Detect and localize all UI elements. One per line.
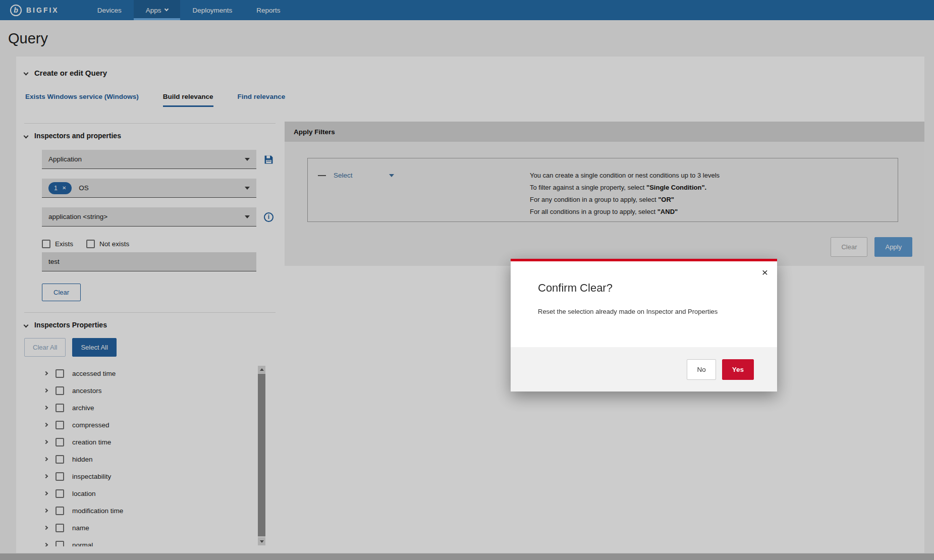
no-button[interactable]: No [687, 359, 716, 380]
close-icon[interactable]: × [762, 266, 768, 278]
yes-button[interactable]: Yes [722, 359, 754, 380]
modal-dim-overlay [0, 0, 934, 560]
dialog-title: Confirm Clear? [538, 282, 777, 295]
dialog-body-text: Reset the selection already made on Insp… [538, 308, 750, 315]
dialog-footer: No Yes [511, 347, 777, 391]
confirm-clear-dialog: × Confirm Clear? Reset the selection alr… [511, 259, 777, 391]
